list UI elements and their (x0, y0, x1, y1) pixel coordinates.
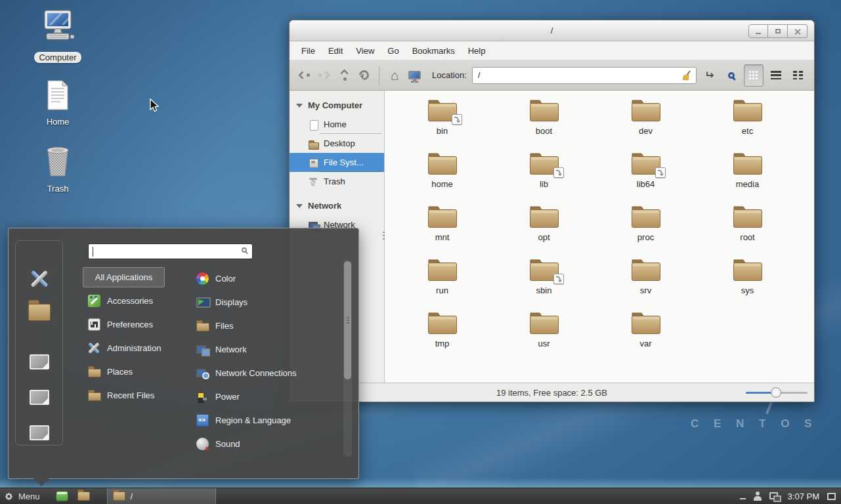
search-button[interactable] (722, 64, 741, 87)
user-applet-icon[interactable] (754, 492, 762, 501)
menu-item[interactable]: Edit (322, 43, 349, 58)
application-item[interactable]: Displays (196, 290, 337, 314)
desktop-icon-home[interactable]: Home (22, 79, 94, 127)
forward-button[interactable] (314, 65, 334, 86)
application-item[interactable]: Region & Language (196, 408, 337, 432)
maximize-button[interactable] (768, 24, 788, 38)
refresh-button[interactable] (354, 65, 374, 86)
sidebar-section-header[interactable]: My Computer (290, 96, 384, 115)
menu-search-field[interactable] (88, 243, 253, 259)
menu-item[interactable]: Help (462, 43, 492, 58)
folder-icon (528, 150, 560, 178)
sidebar-item-icon (308, 138, 318, 149)
category-item[interactable]: Accessories (88, 289, 193, 312)
list-view-button[interactable] (766, 64, 786, 87)
sidebar-splitter-handle[interactable] (382, 232, 385, 240)
folder-name: home (431, 179, 453, 189)
sidebar-item[interactable]: Desktop (290, 134, 384, 153)
folder-item[interactable]: sys (697, 257, 798, 310)
folder-item[interactable]: bin (391, 97, 493, 150)
folder-item[interactable]: srv (595, 257, 697, 310)
application-label: Power (215, 392, 240, 402)
sidebar-section-header[interactable]: Network (290, 196, 384, 215)
menu-item[interactable]: File (295, 43, 322, 58)
system-tools-icon[interactable] (28, 267, 51, 291)
computer-button[interactable] (404, 65, 424, 86)
folder-item[interactable]: boot (493, 97, 595, 150)
location-input[interactable] (472, 67, 697, 84)
tray-app-icon[interactable] (740, 498, 746, 499)
menu-button[interactable]: Menu (0, 488, 47, 504)
zoom-slider-thumb[interactable] (771, 387, 781, 398)
application-item[interactable]: Network (196, 337, 337, 361)
application-item[interactable]: Files (196, 314, 337, 337)
folder-icon (427, 310, 458, 337)
folder-item[interactable]: media (697, 150, 798, 203)
window-list-button[interactable]: / (107, 488, 216, 504)
compact-view-button[interactable] (788, 64, 808, 87)
files-launcher-icon[interactable] (77, 492, 90, 501)
category-item[interactable]: Recent Files (88, 383, 193, 407)
up-button[interactable] (334, 65, 354, 86)
application-item[interactable]: Network Connections (196, 361, 337, 385)
statusbar: 19 items, Free space: 2.5 GB (290, 383, 814, 402)
folder-name: etc (742, 126, 753, 136)
application-item[interactable]: Power (196, 385, 337, 408)
desktop-icon-computer[interactable]: Computer (22, 9, 94, 63)
file-manager-favorite-icon[interactable] (28, 304, 51, 321)
window-button-label: / (131, 492, 133, 501)
clock[interactable]: 3:07 PM (788, 492, 819, 501)
folder-item[interactable]: mnt (391, 203, 493, 257)
minimize-icon (756, 33, 761, 34)
app-placeholder-icon[interactable] (30, 354, 49, 369)
folder-item[interactable]: tmp (391, 310, 493, 363)
gear-icon (4, 492, 14, 501)
sidebar-item[interactable]: Home (290, 115, 384, 134)
sidebar-item-label: File Syst... (324, 158, 364, 167)
menu-scrollbar-thumb[interactable] (344, 261, 351, 379)
folder-item[interactable]: dev (595, 97, 697, 150)
app-placeholder-icon[interactable] (30, 390, 49, 405)
home-button[interactable]: ⌂ (385, 65, 404, 86)
menu-item[interactable]: Go (381, 43, 405, 58)
workspace-switcher-icon[interactable] (827, 493, 836, 500)
titlebar[interactable]: / (290, 20, 814, 41)
folder-item[interactable]: root (697, 203, 798, 257)
clear-location-icon[interactable] (681, 70, 693, 81)
folder-item[interactable]: etc (697, 97, 798, 150)
app-placeholder-icon[interactable] (30, 425, 49, 440)
folder-item[interactable]: var (595, 310, 697, 363)
folder-item[interactable]: run (391, 257, 493, 310)
category-item[interactable]: Preferences (88, 312, 193, 336)
application-list: Color Displays Files Network Network Con… (196, 266, 337, 455)
icon-view-button[interactable] (744, 64, 764, 87)
folder-item[interactable]: lib64 (595, 150, 697, 203)
folder-item[interactable]: home (391, 150, 493, 203)
back-button[interactable] (295, 65, 314, 86)
folder-item[interactable]: opt (493, 203, 595, 257)
menu-item[interactable]: View (349, 43, 381, 58)
menu-scrollbar[interactable] (343, 260, 352, 457)
zoom-slider[interactable] (746, 388, 808, 397)
desktop-icon-trash[interactable]: Trash (22, 144, 94, 194)
folder-item[interactable]: lib (493, 150, 595, 203)
folder-icon (528, 257, 560, 284)
all-applications-button[interactable]: All Applications (83, 267, 165, 287)
minimize-button[interactable] (748, 24, 768, 38)
network-applet-icon[interactable] (769, 492, 780, 501)
folder-item[interactable]: proc (595, 203, 697, 257)
menu-item[interactable]: Bookmarks (406, 43, 462, 58)
terminal-launcher-icon[interactable] (56, 491, 68, 501)
folder-item[interactable]: sbin (493, 257, 595, 310)
centos-watermark: C E N T O S (691, 417, 817, 430)
category-item[interactable]: Administration (88, 336, 193, 360)
close-button[interactable] (788, 24, 808, 38)
enter-location-button[interactable]: ↵ (699, 64, 719, 87)
search-icon (242, 247, 247, 253)
sidebar-item[interactable]: Trash (290, 172, 384, 191)
application-item[interactable]: Color (196, 266, 337, 290)
sidebar-item[interactable]: File Syst... (290, 153, 384, 172)
folder-item[interactable]: usr (493, 310, 595, 363)
category-item[interactable]: Places (88, 360, 193, 383)
application-item[interactable]: Sound (196, 432, 337, 455)
